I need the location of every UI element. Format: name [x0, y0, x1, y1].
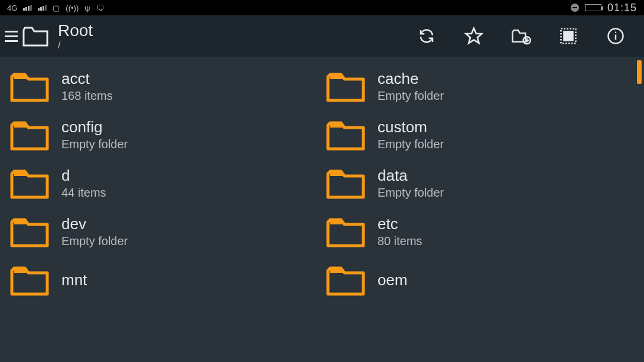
hotspot-icon: ((•)): [66, 4, 79, 12]
svg-rect-8: [569, 37, 573, 40]
clock-label: 01:15: [607, 2, 637, 14]
signal-bars-icon: [38, 5, 47, 11]
folder-name: custom: [378, 118, 444, 137]
folder-subtitle: Empty folder: [378, 137, 444, 152]
folder-subtitle: Empty folder: [61, 137, 128, 152]
folder-item[interactable]: d 44 items: [6, 164, 322, 202]
folder-text: acct 168 items: [61, 69, 113, 103]
svg-rect-5: [564, 32, 568, 35]
folder-text: config Empty folder: [61, 118, 128, 152]
folder-icon: [8, 69, 51, 104]
svg-point-11: [615, 32, 617, 34]
folder-item[interactable]: dev Empty folder: [6, 213, 322, 250]
folder-name: d: [61, 166, 106, 185]
folder-text: data Empty folder: [378, 166, 444, 200]
toolbar-actions: [415, 24, 639, 48]
folder-icon: [8, 214, 51, 249]
refresh-icon: [418, 27, 435, 45]
folder-subtitle: Empty folder: [378, 89, 444, 103]
folder-icon: [8, 262, 51, 298]
battery-icon: [585, 4, 601, 11]
folder-item[interactable]: mnt: [6, 261, 322, 299]
status-right-cluster: 01:15: [571, 2, 637, 14]
file-list[interactable]: acct 168 items cache Empty folder config…: [0, 57, 644, 362]
folder-subtitle: Empty folder: [378, 185, 444, 200]
refresh-button[interactable]: [415, 24, 438, 48]
folder-icon: [324, 165, 367, 201]
folder-icon: [324, 117, 367, 152]
star-icon: [464, 27, 483, 45]
image-icon: ▢: [53, 4, 60, 12]
folder-name: mnt: [61, 270, 87, 290]
folder-text: d 44 items: [61, 166, 106, 200]
folder-name: dev: [61, 214, 128, 234]
folder-item[interactable]: config Empty folder: [6, 116, 322, 154]
new-folder-button[interactable]: [509, 24, 533, 48]
svg-marker-0: [466, 28, 482, 43]
status-left-cluster: 4G ▢ ((•)) ψ 🗨: [7, 4, 104, 12]
android-status-bar: 4G ▢ ((•)) ψ 🗨 01:15: [0, 0, 644, 15]
signal-bars-icon: [23, 5, 32, 11]
folder-subtitle: Empty folder: [61, 234, 128, 249]
folder-text: oem: [378, 270, 408, 290]
folder-name: acct: [61, 69, 113, 89]
menu-button[interactable]: [0, 21, 54, 51]
folder-name: etc: [378, 214, 422, 234]
folder-name: oem: [378, 270, 408, 290]
folder-item[interactable]: cache Empty folder: [322, 67, 638, 105]
info-icon: [607, 27, 625, 45]
folder-icon: [324, 214, 367, 249]
grid-icon: [560, 27, 577, 45]
folder-text: custom Empty folder: [378, 118, 444, 152]
app-toolbar: Root /: [0, 15, 644, 57]
location-title: Root: [58, 22, 93, 40]
folder-item[interactable]: data Empty folder: [322, 164, 638, 202]
path-title-block[interactable]: Root /: [58, 22, 93, 50]
folder-subtitle: 168 items: [61, 89, 113, 103]
hamburger-icon: [5, 31, 18, 42]
folder-icon: [8, 117, 51, 152]
location-path: /: [58, 40, 93, 51]
folder-subtitle: 80 items: [378, 234, 422, 249]
folder-text: dev Empty folder: [61, 214, 128, 249]
folder-subtitle: 44 items: [61, 185, 106, 200]
info-button[interactable]: [604, 24, 627, 48]
folder-name: cache: [378, 69, 444, 89]
svg-rect-6: [569, 32, 573, 35]
folder-name: config: [61, 118, 128, 137]
folder-text: cache Empty folder: [378, 69, 444, 103]
folder-name: data: [378, 166, 444, 185]
svg-rect-7: [564, 37, 568, 40]
folder-item[interactable]: oem: [322, 261, 638, 299]
network-type-label: 4G: [7, 4, 17, 12]
folder-icon: [324, 69, 367, 104]
folder-icon: [8, 165, 51, 201]
folder-text: etc 80 items: [378, 214, 422, 249]
folder-item[interactable]: etc 80 items: [322, 213, 638, 250]
folder-item[interactable]: custom Empty folder: [322, 116, 638, 154]
folder-item[interactable]: acct 168 items: [6, 67, 322, 105]
dnd-icon: [571, 4, 579, 12]
folder-text: mnt: [61, 270, 87, 290]
view-grid-button[interactable]: [557, 24, 580, 48]
call-icon: 🗨: [96, 4, 104, 12]
folder-outline-icon: [21, 24, 50, 48]
folder-icon: [324, 262, 367, 298]
scroll-indicator[interactable]: [637, 60, 642, 84]
new-folder-icon: [511, 27, 531, 45]
usb-icon: ψ: [84, 4, 90, 12]
favorite-button[interactable]: [462, 24, 486, 48]
